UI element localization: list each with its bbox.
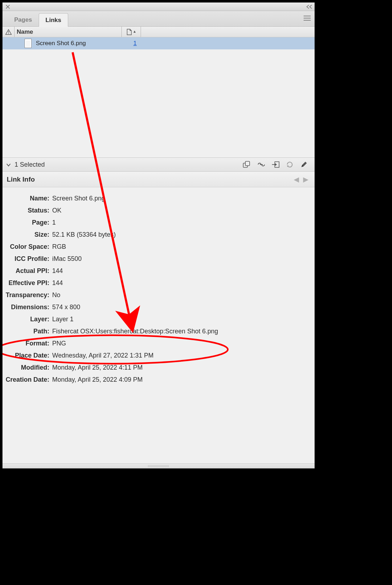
link-info-header: Link Info ◀ ▶: [2, 172, 315, 187]
detail-layer: Layer:Layer 1: [2, 313, 315, 325]
column-name[interactable]: Name: [15, 27, 122, 37]
selection-count: 1 Selected: [15, 161, 45, 168]
links-list[interactable]: Screen Shot 6.png 1: [2, 37, 315, 157]
detail-color-space: Color Space:RGB: [2, 241, 315, 253]
svg-point-7: [8, 33, 9, 34]
chevron-down-icon[interactable]: [6, 161, 11, 168]
detail-name: Name:Screen Shot 6.png: [2, 192, 315, 204]
tabs-row: Pages Links: [2, 11, 315, 27]
link-info-details: Name:Screen Shot 6.png Status:OK Page:1 …: [2, 187, 315, 463]
prev-link-icon[interactable]: ◀: [292, 176, 301, 183]
detail-format: Format:PNG: [2, 337, 315, 349]
svg-rect-10: [245, 161, 250, 166]
detail-icc-profile: ICC Profile:iMac 5500: [2, 253, 315, 265]
column-page-icon[interactable]: [122, 27, 141, 37]
tab-links[interactable]: Links: [39, 13, 68, 27]
list-item[interactable]: Screen Shot 6.png 1: [2, 37, 315, 49]
links-panel-window: Pages Links Name Screen Shot 6.png 1 1 S…: [2, 2, 315, 469]
svg-marker-13: [275, 163, 277, 166]
relink-cc-icon[interactable]: [240, 159, 254, 170]
detail-actual-ppi: Actual PPI:144: [2, 265, 315, 277]
detail-page: Page:1: [2, 216, 315, 229]
update-link-icon[interactable]: [283, 159, 297, 170]
detail-dimensions: Dimensions:574 x 800: [2, 301, 315, 313]
thumbnail-icon: [24, 39, 32, 48]
detail-effective-ppi: Effective PPI:144: [2, 277, 315, 289]
panel-titlebar: [2, 2, 315, 11]
detail-path: Path:Fishercat OSX:Users:fishercat:Deskt…: [2, 325, 315, 337]
close-icon[interactable]: [5, 4, 11, 10]
sort-arrow-icon: [133, 30, 136, 34]
relink-icon[interactable]: [254, 159, 268, 170]
detail-size: Size:52.1 KB (53364 bytes): [2, 229, 315, 241]
link-info-title: Link Info: [7, 176, 35, 183]
detail-transparency: Transparency:No: [2, 289, 315, 301]
svg-marker-8: [134, 31, 136, 33]
tab-pages[interactable]: Pages: [7, 13, 39, 26]
next-link-icon[interactable]: ▶: [301, 176, 310, 183]
list-item-page-link[interactable]: 1: [123, 40, 142, 47]
list-item-filename: Screen Shot 6.png: [36, 40, 123, 47]
status-bar: 1 Selected: [2, 157, 315, 172]
goto-link-icon[interactable]: [268, 159, 283, 170]
panel-menu-icon[interactable]: [303, 15, 311, 22]
collapse-icon[interactable]: [306, 4, 312, 10]
detail-creation-date: Creation Date:Monday, April 25, 2022 4:0…: [2, 374, 315, 386]
detail-place-date: Place Date:Wednesday, April 27, 2022 1:3…: [2, 349, 315, 361]
column-status-icon[interactable]: [2, 27, 15, 37]
resize-grip[interactable]: [2, 463, 315, 468]
edit-original-icon[interactable]: [297, 159, 311, 170]
detail-status: Status:OK: [2, 204, 315, 216]
detail-modified: Modified:Monday, April 25, 2022 4:11 PM: [2, 361, 315, 374]
column-headers: Name: [2, 27, 315, 37]
